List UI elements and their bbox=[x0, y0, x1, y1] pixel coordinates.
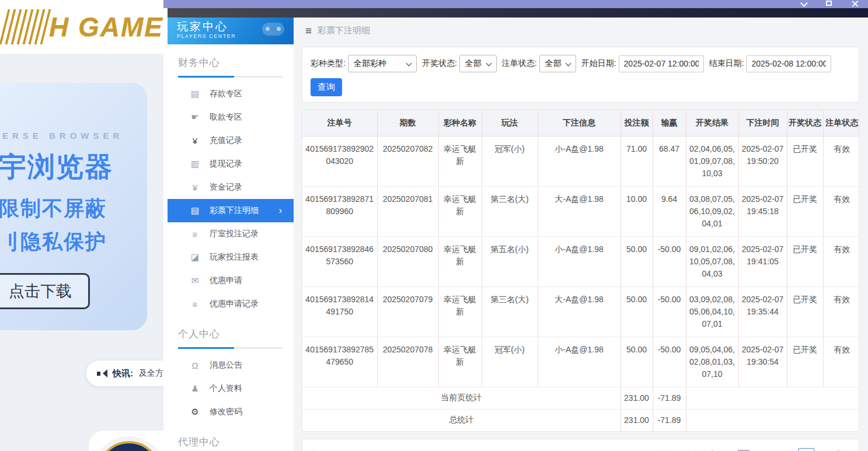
table-header-row: 注单号期数彩种名称玩法下注信息投注额输赢开奖结果下注时间开奖状态注单状态 bbox=[302, 110, 859, 136]
sidebar-item-change-password[interactable]: ⚙修改密码 bbox=[168, 400, 294, 424]
table-row: 40156917389278547965020250207078幸运飞艇新冠军(… bbox=[302, 337, 859, 387]
table-cell: 2025-02-07 19:50:20 bbox=[738, 136, 787, 186]
records-icon: ≡ bbox=[189, 229, 201, 239]
table-cell: 小-A盘@1.98 bbox=[538, 236, 621, 286]
sidebar-item-player-bet-report[interactable]: ◪玩家投注报表 bbox=[168, 246, 294, 269]
window-close-icon[interactable] bbox=[852, 1, 859, 6]
table-cell: 幸运飞艇新 bbox=[438, 186, 482, 236]
window-body: 玩家中心 PLAYERS CENTER 财务中心▤存款专区☛取款专区¥充值记录▥… bbox=[168, 18, 868, 451]
table-cell: 50.00 bbox=[621, 337, 653, 387]
report-icon: ◪ bbox=[189, 252, 201, 263]
sidebar-header[interactable]: 玩家中心 PLAYERS CENTER bbox=[168, 18, 294, 44]
start-date-input[interactable] bbox=[619, 55, 704, 72]
list-icon: ▤ bbox=[189, 205, 201, 216]
sidebar-item-promo-apply[interactable]: ✉优惠申请 bbox=[168, 269, 294, 292]
browser-ad-banner[interactable]: ERSE BROWSER 宇浏览器 限制不屏蔽 刂隐私保护 点击下载 bbox=[0, 83, 147, 330]
sidebar-item-label: 个人资料 bbox=[210, 383, 242, 394]
summary-empty bbox=[686, 387, 859, 409]
sidebar-item-withdraw-zone[interactable]: ☛取款专区 bbox=[168, 106, 294, 129]
sidebar-item-hall-bet-records[interactable]: ≡厅室投注记录 bbox=[168, 222, 294, 246]
draw-status-select[interactable]: 全部 bbox=[459, 55, 497, 72]
logo-text: H GAME bbox=[49, 11, 163, 43]
table-cell: 第三名(大) bbox=[482, 286, 538, 337]
summary-row-page: 当前页统计 231.00 -71.89 bbox=[302, 387, 859, 409]
table-cell: 幸运飞艇新 bbox=[438, 337, 482, 387]
page-jump-input[interactable] bbox=[798, 448, 814, 451]
table-cell: -50.00 bbox=[653, 337, 686, 387]
sidebar-item-messages[interactable]: Ω消息公告 bbox=[168, 354, 294, 377]
breadcrumb: ≡ 彩票下注明细 bbox=[302, 23, 859, 37]
hamburger-menu-icon[interactable]: ≡ bbox=[305, 25, 312, 36]
order-status-select[interactable]: 全部 bbox=[539, 55, 576, 72]
coupon-icon: ✉ bbox=[189, 275, 201, 286]
table-cell: 20250207081 bbox=[377, 186, 438, 236]
table-row: 40156917389284657356020250207080幸运飞艇新第五名… bbox=[302, 236, 859, 286]
table-cell: 有效 bbox=[823, 136, 859, 186]
sidebar-item-recharge-records[interactable]: ¥充值记录 bbox=[168, 129, 294, 152]
banner-title: 宇浏览器 bbox=[0, 149, 147, 186]
table-cell: 大-A盘@1.98 bbox=[538, 286, 621, 337]
order-status-value: 全部 bbox=[545, 58, 562, 69]
sidebar-item-label: 优惠申请记录 bbox=[210, 299, 259, 309]
main-content: ≡ 彩票下注明细 彩种类型: 全部彩种 开奖状态: 全部 注单状态: 全部 开始… bbox=[302, 18, 859, 451]
table-cell: 03,08,07,05,06,10,09,02,04,01 bbox=[686, 186, 738, 236]
summary-empty bbox=[686, 409, 859, 431]
window-chevron-down-icon[interactable] bbox=[801, 1, 806, 6]
table-cell: 第三名(大) bbox=[482, 186, 538, 236]
table-cell: 已开奖 bbox=[787, 186, 823, 236]
banner-line-2: 刂隐私保护 bbox=[0, 228, 147, 256]
table-cell: -50.00 bbox=[653, 236, 686, 286]
sidebar-item-label: 玩家投注报表 bbox=[210, 252, 259, 263]
end-date-input[interactable] bbox=[746, 55, 831, 72]
sidebar-item-profile[interactable]: ♟个人资料 bbox=[168, 377, 294, 400]
user-icon: ♟ bbox=[189, 383, 201, 394]
bet-details-table: 注单号期数彩种名称玩法下注信息投注额输赢开奖结果下注时间开奖状态注单状态 401… bbox=[302, 110, 859, 431]
column-header: 输赢 bbox=[653, 110, 686, 136]
gear-icon: ⚙ bbox=[189, 407, 201, 417]
table-cell: 有效 bbox=[823, 337, 859, 387]
table-row: 40156917389281449175020250207079幸运飞艇新第三名… bbox=[302, 286, 859, 337]
table-cell: 09,01,02,06,10,05,07,08,04,03 bbox=[686, 236, 738, 286]
table-cell: 有效 bbox=[823, 236, 859, 286]
table-cell: 401569173892785479650 bbox=[302, 337, 377, 387]
table-body: 40156917389290204302020250207082幸运飞艇新冠军(… bbox=[302, 136, 859, 387]
table-cell: 小-A盘@1.98 bbox=[538, 136, 621, 186]
site-logo[interactable]: H GAME bbox=[0, 9, 163, 44]
query-button[interactable]: 查询 bbox=[311, 78, 342, 96]
sidebar-item-funds-records[interactable]: ¥资金记录 bbox=[168, 176, 294, 199]
table-row: 40156917389287180996020250207081幸运飞艇新第三名… bbox=[302, 186, 859, 236]
funds-icon: ¥ bbox=[189, 183, 201, 193]
column-header: 期数 bbox=[377, 110, 438, 136]
table-summary: 当前页统计 231.00 -71.89 总统计 231.00 -71.89 bbox=[302, 387, 859, 431]
speaker-icon bbox=[97, 369, 107, 377]
table-cell: 50.00 bbox=[621, 286, 653, 337]
column-header: 下注信息 bbox=[538, 110, 621, 136]
sidebar-item-deposit-zone[interactable]: ▤存款专区 bbox=[168, 82, 294, 106]
table-cell: 401569173892871809960 bbox=[302, 186, 377, 236]
order-status-label: 注单状态: bbox=[502, 58, 537, 69]
bet-details-table-card: 注单号期数彩种名称玩法下注信息投注额输赢开奖结果下注时间开奖状态注单状态 401… bbox=[302, 110, 859, 432]
wallet-icon: ▥ bbox=[189, 159, 201, 169]
ticker-label: 快讯: bbox=[113, 368, 133, 379]
table-cell: 401569173892846573560 bbox=[302, 236, 377, 286]
sidebar-item-label: 资金记录 bbox=[210, 182, 242, 193]
window-maximize-icon[interactable] bbox=[826, 1, 832, 6]
table-cell: 03,09,02,08,05,06,04,10,07,01 bbox=[686, 286, 738, 337]
window-titlebar bbox=[163, 0, 868, 8]
sidebar-item-promo-apply-records[interactable]: ≡优惠申请记录 bbox=[168, 292, 294, 316]
table-cell: 68.47 bbox=[653, 136, 686, 186]
sidebar-item-withdrawal-records[interactable]: ▥提现记录 bbox=[168, 152, 294, 176]
sidebar-section-heading: 财务中心 bbox=[178, 56, 294, 69]
page-title: 彩票下注明细 bbox=[318, 25, 370, 36]
sidebar-item-label: 消息公告 bbox=[210, 360, 242, 370]
card-icon: ▤ bbox=[189, 89, 201, 99]
download-button[interactable]: 点击下载 bbox=[0, 273, 90, 309]
summary-label: 当前页统计 bbox=[302, 387, 621, 409]
sidebar-item-lottery-bet-details[interactable]: ▤彩票下注明细› bbox=[168, 199, 294, 222]
summary-label: 总统计 bbox=[302, 409, 621, 431]
summary-win-loss: -71.89 bbox=[653, 387, 686, 409]
lottery-type-select[interactable]: 全部彩种 bbox=[348, 55, 417, 72]
table-cell: -50.00 bbox=[653, 286, 686, 337]
sidebar-item-label: 优惠申请 bbox=[210, 275, 242, 286]
news-ticker[interactable]: 快讯: 及全方位 bbox=[86, 361, 163, 386]
